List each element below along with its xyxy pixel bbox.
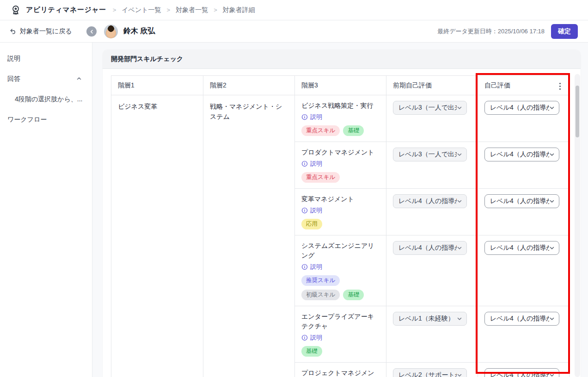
self-eval-cell: レベル4（人の指導ができる） [478, 95, 570, 142]
skill-tag: 応用 [301, 219, 322, 229]
vertical-scrollbar-track[interactable] [575, 74, 580, 377]
self-eval-cell: レベル4（人の指導ができる） [478, 235, 570, 306]
kebab-menu-icon[interactable] [558, 82, 562, 91]
self-eval-select[interactable]: レベル4（人の指導ができる） [484, 241, 559, 255]
vertical-scrollbar-thumb[interactable] [576, 86, 579, 137]
award-ribbon-icon [10, 5, 21, 16]
sidebar-item-label: 4段階の選択肢から、... [15, 95, 92, 104]
tier1-cell: ビジネス変革 [111, 95, 203, 377]
prev-eval-cell: レベル4（人の指導ができる） [386, 189, 478, 235]
chevron-down-icon [457, 105, 462, 111]
user-name: 鈴木 欣弘 [123, 26, 155, 36]
prev-eval-select[interactable]: レベル4（人の指導ができる） [393, 194, 467, 208]
prev-eval-cell: レベル3（一人で出来る） [386, 95, 478, 142]
skill-name: 変革マネジメント [301, 194, 380, 204]
prev-eval-select[interactable]: レベル2（サポートがあれば出来る） [393, 368, 467, 377]
sidebar-item-label: 説明 [7, 55, 92, 63]
self-eval-cell: レベル4（人の指導ができる） [478, 142, 570, 189]
col-header-prev-eval: 前期自己評価 [386, 76, 478, 95]
self-eval-select[interactable]: レベル4（人の指導ができる） [484, 194, 559, 208]
prev-eval-select[interactable]: レベル3（一人で出来る） [393, 148, 467, 161]
description-label: 説明 [310, 334, 322, 342]
skill-name: プロダクトマネジメント [301, 148, 380, 157]
chevron-left-icon [89, 29, 94, 34]
col-header-self-eval: 自己評価 [478, 76, 570, 95]
chevron-down-icon [549, 372, 555, 377]
description-link[interactable]: 説明 [301, 263, 322, 271]
self-eval-select[interactable]: レベル4（人の指導ができる） [484, 312, 559, 326]
col-header-tier1: 階層1 [111, 76, 203, 95]
prev-eval-select[interactable]: レベル1（未経験） [393, 312, 467, 326]
description-label: 説明 [310, 263, 322, 271]
chevron-down-icon [549, 245, 555, 251]
skill-cell: 変革マネジメント 説明 応用 [295, 189, 386, 235]
tag-list: 重点スキル 基礎 [301, 125, 380, 136]
back-link-area: 対象者一覧に戻る [0, 20, 92, 43]
skill-table: 階層1 階層2 階層3 前期自己評価 自己評価 ビジネス変革 戦略・マネジメント… [111, 75, 570, 377]
table-header-row: 階層1 階層2 階層3 前期自己評価 自己評価 [111, 76, 570, 95]
description-label: 説明 [310, 206, 322, 215]
description-link[interactable]: 説明 [301, 160, 322, 168]
tier2-cell: 戦略・マネジメント・システム [203, 95, 295, 377]
table-row: ビジネス変革 戦略・マネジメント・システム ビジネス戦略策定・実行 説明 重点ス… [111, 95, 570, 142]
self-eval-select[interactable]: レベル4（人の指導ができる） [484, 368, 559, 377]
skill-cell: プロダクトマネジメント 説明 重点スキル [295, 142, 386, 189]
self-eval-select[interactable]: レベル4（人の指導ができる） [484, 101, 559, 115]
skill-cell: エンタープライズアーキテクチャ 説明 基礎 [295, 306, 386, 363]
chevron-down-icon [457, 198, 462, 204]
prev-eval-cell: レベル4（人の指導ができる） [386, 235, 478, 306]
skill-cell: ビジネス戦略策定・実行 説明 重点スキル 基礎 [295, 95, 386, 142]
breadcrumb-targets[interactable]: 対象者一覧 [176, 6, 208, 14]
breadcrumb-events[interactable]: イベント一覧 [122, 6, 161, 14]
chevron-down-icon [549, 316, 555, 321]
undo-arrow-icon [9, 28, 16, 35]
skill-tag: 重点スキル [301, 172, 340, 183]
card-body: 階層1 階層2 階層3 前期自己評価 自己評価 ビジネス変革 戦略・マネジメント… [103, 69, 581, 377]
top-navigation-bar: アビリティマネージャー > イベント一覧 > 対象者一覧 > 対象者詳細 [0, 0, 588, 20]
main-content: 開発部門スキルチェック 階層1 階層2 階層3 前期自己評価 自己評価 [92, 43, 588, 377]
description-link[interactable]: 説明 [301, 113, 322, 121]
self-eval-cell: レベル4（人の指導ができる） [478, 306, 570, 363]
app-title: アビリティマネージャー [26, 6, 106, 14]
skill-tag: 基礎 [343, 125, 364, 136]
tag-list: 基礎 [301, 346, 380, 357]
description-label: 説明 [310, 113, 322, 121]
back-link-label: 対象者一覧に戻る [20, 27, 72, 36]
self-eval-cell: レベル4（人の指導ができる） [478, 363, 570, 377]
chevron-down-icon [457, 316, 462, 321]
chevron-up-icon [76, 75, 82, 83]
prev-eval-select[interactable]: レベル3（一人で出来る） [393, 101, 467, 115]
breadcrumb-separator: > [214, 6, 217, 13]
skill-tag: 基礎 [343, 290, 364, 300]
chevron-down-icon [457, 245, 462, 251]
skill-check-card: 開発部門スキルチェック 階層1 階層2 階層3 前期自己評価 自己評価 [103, 50, 581, 377]
self-eval-select[interactable]: レベル4（人の指導ができる） [484, 148, 559, 161]
chevron-down-icon [457, 152, 462, 157]
chevron-down-icon [457, 372, 462, 377]
prev-eval-select[interactable]: レベル4（人の指導ができる） [393, 241, 467, 255]
skill-tag: 初級スキル [301, 290, 340, 300]
breadcrumb-separator: > [167, 6, 171, 13]
sidebar-subitem-question[interactable]: 4段階の選択肢から、... [7, 95, 92, 104]
prev-eval-cell: レベル2（サポートがあれば出来る） [386, 363, 478, 377]
card-header: 開発部門スキルチェック [103, 50, 581, 69]
tag-list: 重点スキル [301, 172, 380, 183]
info-icon [301, 264, 308, 270]
info-icon [301, 207, 308, 214]
confirm-button[interactable]: 確定 [551, 24, 578, 39]
sidebar-item-answers[interactable]: 回答 [7, 75, 92, 83]
description-link[interactable]: 説明 [301, 334, 322, 342]
target-header: 鈴木 欣弘 最終データ更新日時：2025/10/06 17:18 確定 [92, 20, 588, 43]
tag-list: 応用 [301, 219, 380, 229]
back-to-list-link[interactable]: 対象者一覧に戻る [9, 27, 72, 36]
sidebar-item-workflow[interactable]: ワークフロー [7, 116, 92, 124]
description-link[interactable]: 説明 [301, 206, 322, 215]
sidebar-item-description[interactable]: 説明 [7, 55, 92, 63]
skill-tag: 推奨スキル [301, 275, 340, 286]
col-header-tier3: 階層3 [295, 76, 386, 95]
prev-eval-cell: レベル3（一人で出来る） [386, 142, 478, 189]
collapse-panel-button[interactable] [86, 26, 97, 37]
chevron-down-icon [549, 105, 555, 111]
skill-name: システムズエンジニアリング [301, 241, 380, 260]
col-header-tier2: 階層2 [203, 76, 295, 95]
